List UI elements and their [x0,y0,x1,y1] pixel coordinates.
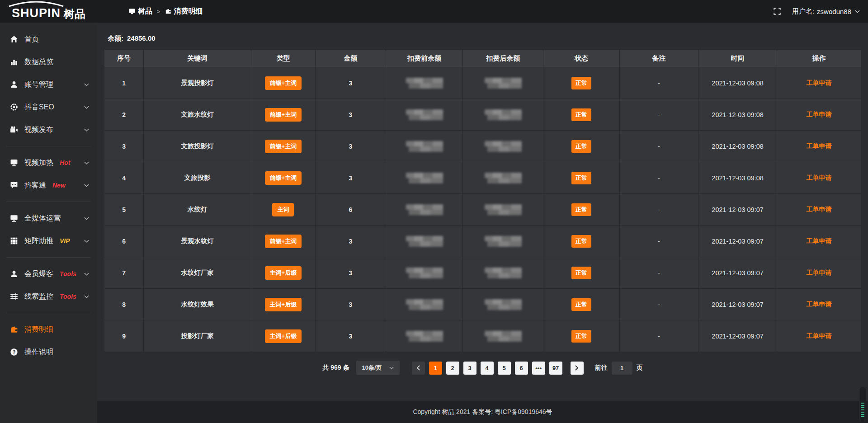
cell-time: 2021-12-03 09:07 [698,289,777,320]
blurred-balance-after [485,204,522,215]
page-button-6[interactable]: 6 [515,362,528,375]
type-badge: 前缀+主词 [265,235,302,248]
sidebar-item-3[interactable]: 抖音SEO [0,96,97,118]
cell-balance-before [386,99,463,131]
balance-label: 余额: [108,34,123,43]
cell-index: 4 [104,162,144,194]
work-order-link[interactable]: 工单申请 [807,174,832,181]
sidebar-item-9[interactable]: 全媒体运营 [0,207,97,230]
sidebar-item-badge: Hot [60,159,70,166]
page-size-select[interactable]: 10条/页 [356,361,400,375]
prev-page-button[interactable] [412,362,425,375]
cell-action: 工单申请 [777,131,861,162]
cell-status: 正常 [543,131,619,162]
cell-balance-before [386,162,463,194]
fullscreen-icon[interactable] [773,7,781,15]
cell-action: 工单申请 [777,67,861,99]
sidebar-divider [6,202,91,202]
goto-page-input[interactable] [612,362,632,375]
cell-index: 3 [104,131,144,162]
sidebar-item-13[interactable]: 线索监控 Tools [0,285,97,308]
cell-time: 2021-12-03 09:07 [698,257,777,289]
page-button-2[interactable]: 2 [446,362,459,375]
cell-type: 主词+后缀 [251,320,315,352]
next-page-button[interactable] [571,362,584,375]
work-order-link[interactable]: 工单申请 [807,301,832,308]
sidebar-divider [6,257,91,258]
page-button-97[interactable]: 97 [549,362,562,375]
sidebar-item-label: 矩阵助推 [24,236,53,246]
sidebar-item-label: 首页 [24,35,39,44]
work-order-link[interactable]: 工单申请 [807,206,832,213]
cell-balance-before [386,257,463,289]
cell-balance-before [386,194,463,226]
page-button-5[interactable]: 5 [498,362,511,375]
cell-action: 工单申请 [777,162,861,194]
table-row: 9 投影灯厂家 主词+后缀 3 正常 - 2021-12-03 09:07 工单… [104,320,861,352]
content: 余额: 24856.00 序号关键词类型金额扣费前余额扣费后余额状态备注时间操作… [97,23,868,401]
column-header: 时间 [698,50,777,67]
chevron-down-icon [84,128,89,132]
work-order-link[interactable]: 工单申请 [807,111,832,118]
cell-balance-before [386,131,463,162]
blurred-balance-after [485,268,522,278]
work-order-link[interactable]: 工单申请 [807,269,832,276]
sidebar-item-0[interactable]: 首页 [0,28,97,51]
sidebar-item-1[interactable]: 数据总览 [0,51,97,73]
blurred-balance-before [406,299,443,310]
video-icon [10,126,18,134]
cell-remark: - [619,194,698,226]
column-header: 序号 [104,50,144,67]
work-order-link[interactable]: 工单申请 [807,142,832,150]
consumption-table: 序号关键词类型金额扣费前余额扣费后余额状态备注时间操作 1 景观投影灯 前缀+主… [104,49,861,352]
cell-keyword: 景观投影灯 [144,67,251,99]
sidebar-item-7[interactable]: 抖客通 New [0,174,97,197]
sidebar-item-4[interactable]: 视频发布 [0,118,97,141]
blurred-balance-after [485,173,522,183]
page-button-3[interactable]: 3 [463,362,476,375]
sidebar-item-6[interactable]: 视频加热 Hot [0,151,97,174]
work-order-link[interactable]: 工单申请 [807,79,832,86]
dashboard-icon [129,8,135,14]
column-header: 操作 [777,50,861,67]
breadcrumb-current-label: 消费明细 [174,7,203,16]
work-order-link[interactable]: 工单申请 [807,332,832,339]
cell-keyword: 水纹灯效果 [144,289,251,320]
cell-amount: 3 [316,226,386,257]
goto-label: 前往 [595,364,608,372]
page-button-1[interactable]: 1 [429,362,442,375]
sidebar-item-12[interactable]: 会员爆客 Tools [0,263,97,285]
cell-type: 前缀+主词 [251,67,315,99]
table-row: 8 水纹灯效果 主词+后缀 3 正常 - 2021-12-03 09:07 工单… [104,289,861,320]
sidebar-item-10[interactable]: 矩阵助推 VIP [0,230,97,252]
cell-balance-after [463,162,543,194]
pagination: 共 969 条 10条/页 123456•••97 前往 页 [104,361,861,375]
logo-text-cn: 树品 [64,9,85,19]
table-row: 6 景观水纹灯 前缀+主词 3 正常 - 2021-12-03 09:07 工单… [104,226,861,257]
user-icon [10,270,18,278]
page-ellipsis-button[interactable]: ••• [532,362,545,375]
breadcrumb-current[interactable]: 消费明细 [165,7,203,16]
breadcrumb-root[interactable]: 树品 [129,7,152,16]
column-header: 扣费后余额 [463,50,543,67]
user-menu[interactable]: 用户名: zswodun88 [792,7,860,16]
sidebar-item-16[interactable]: ? 操作说明 [0,341,97,363]
type-badge: 前缀+主词 [265,140,302,153]
sidebar-item-label: 账号管理 [24,80,53,89]
breadcrumb-root-label: 树品 [138,7,152,16]
chevron-down-icon [389,367,394,369]
floating-widget[interactable] [859,387,866,420]
work-order-link[interactable]: 工单申请 [807,237,832,244]
blurred-balance-after [485,331,522,342]
cell-status: 正常 [543,226,619,257]
status-badge: 正常 [571,330,591,343]
sidebar-item-15[interactable]: 消费明细 [0,318,97,341]
cell-keyword: 文旅投影 [144,162,251,194]
cell-remark: - [619,257,698,289]
cell-type: 前缀+主词 [251,131,315,162]
cell-status: 正常 [543,162,619,194]
cell-status: 正常 [543,194,619,226]
page-button-4[interactable]: 4 [481,362,494,375]
cell-index: 7 [104,257,144,289]
sidebar-item-2[interactable]: 账号管理 [0,73,97,96]
